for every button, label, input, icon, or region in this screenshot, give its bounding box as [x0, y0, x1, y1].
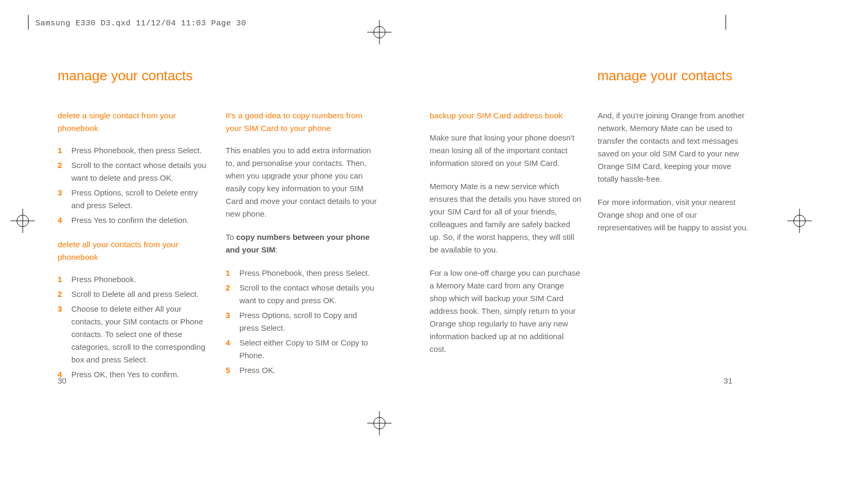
lead-text: To: [226, 232, 236, 241]
page-number-right: 31: [723, 376, 732, 385]
list-text: Press Options, scroll to Delete entry an…: [71, 186, 210, 212]
ordered-list: 1Press Phonebook, then press Select. 2Sc…: [58, 144, 210, 227]
list-item: 1Press Phonebook, then press Select.: [58, 144, 210, 157]
column-1: delete a single contact from your phoneb…: [58, 109, 210, 393]
list-number: 4: [226, 337, 233, 362]
list-item: 3Press Options, scroll to Delete entry a…: [58, 186, 210, 212]
bold-text: copy numbers between your phone and your…: [226, 232, 370, 254]
list-number: 3: [58, 303, 65, 366]
list-text: Scroll to Delete all and press Select.: [71, 288, 210, 301]
list-item: 1Press Phonebook, then press Select.: [226, 267, 378, 279]
list-item: 4Press OK, then Yes to confirm.: [58, 368, 210, 381]
column-4: And, if you're joining Orange from anoth…: [598, 109, 750, 393]
paragraph: Memory Mate is a new service which ensur…: [430, 180, 582, 256]
list-text: Scroll to the contact whose details you …: [71, 159, 210, 184]
list-item: 4Press Yes to confirm the deletion.: [58, 214, 210, 227]
list-item: 3Choose to delete either All your contac…: [58, 303, 210, 366]
list-text: Press Yes to confirm the deletion.: [71, 214, 210, 227]
paragraph: To copy numbers between your phone and y…: [226, 231, 378, 256]
list-text: Scroll to the contact whose details you …: [239, 282, 378, 307]
ordered-list: 1Press Phonebook. 2Scroll to Delete all …: [58, 273, 210, 381]
document-slug: Samsung E330 D3.qxd 11/12/04 11:03 Page …: [35, 19, 246, 28]
subheading: delete all your contacts from your phone…: [58, 238, 210, 264]
registration-mark-bottom: [367, 411, 392, 435]
list-item: 2Scroll to the contact whose details you…: [58, 159, 210, 184]
list-item: 5Press OK.: [226, 364, 378, 377]
subheading: backup your SIM Card address book: [430, 109, 582, 122]
list-text: Press Phonebook, then press Select.: [71, 144, 210, 157]
list-number: 3: [226, 309, 233, 334]
list-number: 2: [58, 159, 65, 184]
crop-mark: [28, 15, 29, 30]
list-number: 2: [226, 282, 233, 307]
list-number: 1: [226, 267, 233, 279]
list-item: 1Press Phonebook.: [58, 273, 210, 286]
list-text: Select either Copy to SIM or Copy to Pho…: [239, 337, 378, 362]
list-item: 4Select either Copy to SIM or Copy to Ph…: [226, 337, 378, 362]
paragraph: Make sure that losing your phone doesn't…: [430, 132, 582, 170]
list-number: 2: [58, 288, 65, 301]
page-number-left: 30: [58, 376, 67, 385]
list-text: Press OK.: [239, 364, 378, 377]
list-item: 3Press Options, scroll to Copy and press…: [226, 309, 378, 334]
paragraph: This enables you to add extra informatio…: [226, 144, 378, 220]
paragraph: And, if you're joining Orange from anoth…: [598, 109, 750, 185]
list-item: 2Scroll to Delete all and press Select.: [58, 288, 210, 301]
subheading: It's a good idea to copy numbers from yo…: [226, 109, 378, 135]
lead-text: :: [275, 245, 277, 254]
ordered-list: 1Press Phonebook, then press Select. 2Sc…: [226, 267, 378, 377]
paragraph: For more information, visit your nearest…: [598, 196, 750, 234]
list-number: 5: [226, 364, 233, 377]
column-3: backup your SIM Card address book Make s…: [430, 109, 582, 393]
paragraph: For a low one-off charge you can purchas…: [430, 267, 582, 356]
list-text: Press OK, then Yes to confirm.: [71, 368, 210, 381]
list-number: 1: [58, 144, 65, 157]
registration-mark-top: [367, 20, 392, 44]
list-item: 2Scroll to the contact whose details you…: [226, 282, 378, 307]
page-title-left: manage your contacts: [58, 68, 193, 84]
crop-mark: [726, 15, 726, 30]
registration-mark-left: [11, 209, 35, 233]
subheading: delete a single contact from your phoneb…: [58, 109, 210, 135]
registration-mark-right: [787, 209, 812, 233]
content-area: delete a single contact from your phoneb…: [58, 109, 750, 393]
list-text: Press Phonebook.: [71, 273, 210, 286]
page-title-right: manage your contacts: [597, 68, 732, 84]
list-text: Press Options, scroll to Copy and press …: [239, 309, 378, 334]
list-text: Press Phonebook, then press Select.: [239, 267, 378, 279]
list-text: Choose to delete either All your contact…: [71, 303, 210, 366]
list-number: 1: [58, 273, 65, 286]
list-number: 4: [58, 214, 65, 227]
list-number: 3: [58, 186, 65, 212]
column-2: It's a good idea to copy numbers from yo…: [226, 109, 378, 393]
